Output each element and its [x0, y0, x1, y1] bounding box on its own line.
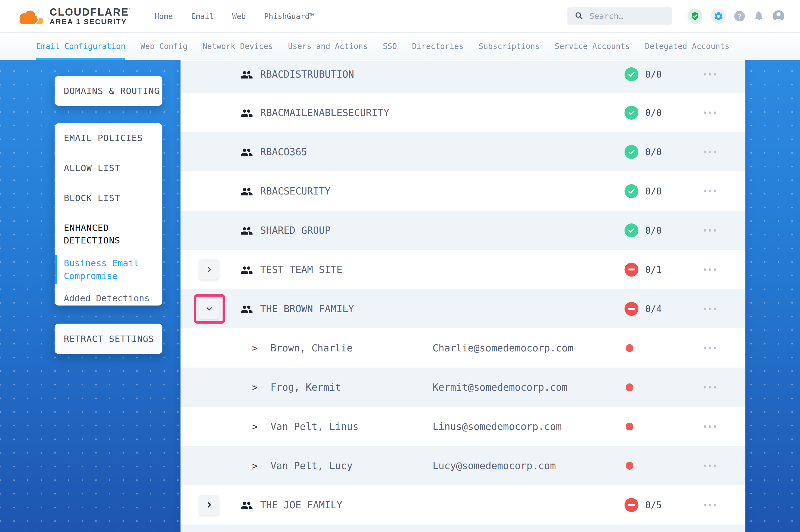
sidebar-item-allow-list[interactable]: ALLOW LIST: [55, 153, 162, 183]
topbar-right: ?: [567, 7, 800, 25]
group-row: RBACDISTRUBUTION0/0: [181, 61, 745, 93]
member-count: 0/5: [645, 499, 662, 510]
row-menu-button[interactable]: [702, 188, 718, 194]
search-input[interactable]: [589, 11, 665, 21]
menu-dot-icon: [709, 307, 711, 310]
member-count: 0/1: [645, 264, 662, 275]
menu-dot-icon: [714, 464, 716, 467]
status-dot: [625, 344, 633, 352]
status-dot: [625, 462, 633, 470]
tab-service-accounts[interactable]: Service Accounts: [555, 42, 630, 51]
tab-delegated-accounts[interactable]: Delegated Accounts: [645, 42, 729, 51]
menu-dot-icon: [709, 151, 711, 153]
menu-dot-icon: [704, 73, 706, 75]
menu-dot-icon: [709, 347, 711, 349]
people-icon: [240, 303, 253, 315]
status-dot: [625, 423, 633, 431]
group-row: TEST TEAM SITE0/1: [181, 250, 745, 289]
member-chevron-right-icon[interactable]: >: [252, 382, 258, 393]
help-icon[interactable]: ?: [734, 11, 745, 21]
member-row: >Brown, CharlieCharlie@somedemocorp.com: [181, 328, 745, 367]
menu-dot-icon: [709, 504, 711, 506]
topnav-item-home[interactable]: Home: [154, 12, 173, 21]
status-pass-badge: [624, 67, 638, 81]
menu-dot-icon: [714, 190, 716, 192]
cloudflare-brand[interactable]: CLOUDFLARE' AREA 1 SECURITY: [0, 6, 131, 26]
row-menu-button[interactable]: [702, 149, 718, 155]
member-count: 0/0: [645, 186, 662, 196]
row-menu-button[interactable]: [702, 227, 718, 233]
brand-subname: AREA 1 SECURITY: [50, 18, 131, 25]
sidebar-item-email-policies[interactable]: EMAIL POLICIES: [55, 123, 162, 153]
expand-button[interactable]: [199, 495, 219, 515]
menu-dot-icon: [709, 73, 711, 75]
menu-dot-icon: [714, 229, 716, 231]
menu-dot-icon: [709, 386, 711, 388]
tab-users-and-actions[interactable]: Users and Actions: [288, 42, 368, 51]
menu-dot-icon: [714, 307, 716, 310]
member-chevron-right-icon[interactable]: >: [252, 343, 258, 354]
sidebar-item-domains-routing[interactable]: DOMAINS & ROUTING: [55, 76, 162, 106]
sidebar-card-email-policies: EMAIL POLICIES ALLOW LIST BLOCK LIST ENH…: [55, 123, 162, 305]
menu-dot-icon: [709, 464, 711, 467]
row-menu-button[interactable]: [702, 110, 718, 115]
menu-dot-icon: [714, 386, 716, 388]
menu-dot-icon: [709, 268, 711, 271]
menu-dot-icon: [714, 425, 716, 428]
menu-dot-icon: [714, 504, 716, 506]
status-pass-badge: [624, 224, 638, 238]
tab-web-config[interactable]: Web Config: [140, 42, 187, 51]
tab-directories[interactable]: Directories: [412, 42, 463, 51]
status-fail-badge: [624, 263, 638, 277]
tab-sso[interactable]: SSO: [383, 42, 397, 51]
row-menu-button[interactable]: [702, 71, 718, 77]
member-chevron-right-icon[interactable]: >: [252, 460, 258, 471]
menu-dot-icon: [704, 268, 706, 271]
sidebar-item-added-detections[interactable]: Added Detections: [64, 293, 154, 304]
sidebar-item-retract-settings[interactable]: RETRACT SETTINGS: [55, 324, 162, 354]
shield-check-icon[interactable]: [688, 8, 703, 24]
group-name: SHARED_GROUP: [260, 225, 331, 236]
topnav-item-email[interactable]: Email: [191, 12, 214, 21]
user-avatar-icon[interactable]: [773, 10, 784, 22]
member-count: 0/0: [645, 69, 662, 80]
sidebar-item-block-list[interactable]: BLOCK LIST: [55, 183, 162, 213]
group-row: SHARED_GROUP0/0: [181, 211, 745, 250]
group-row: THE BROWN FAMILY0/4: [181, 289, 745, 328]
row-menu-button[interactable]: [702, 384, 718, 390]
notifications-bell-icon[interactable]: [753, 10, 764, 22]
expand-button[interactable]: [199, 259, 219, 280]
row-menu-button[interactable]: [702, 423, 718, 429]
row-menu-button[interactable]: [702, 345, 718, 351]
member-count: 0/0: [645, 146, 662, 157]
topnav-item-web[interactable]: Web: [232, 12, 246, 21]
member-name: Brown, Charlie: [271, 343, 353, 354]
top-bar: CLOUDFLARE' AREA 1 SECURITY HomeEmailWeb…: [0, 0, 800, 33]
group-name: RBACO365: [260, 146, 307, 157]
menu-dot-icon: [704, 190, 706, 192]
tab-email-configuration[interactable]: Email Configuration: [36, 42, 125, 51]
row-menu-button[interactable]: [702, 463, 718, 469]
tab-subscriptions[interactable]: Subscriptions: [478, 42, 540, 51]
settings-gear-icon[interactable]: [711, 8, 726, 24]
menu-dot-icon: [704, 111, 706, 114]
sidebar-item-enhanced-detections[interactable]: ENHANCED DETECTIONS: [64, 222, 154, 247]
people-icon: [240, 264, 253, 276]
row-menu-button[interactable]: [702, 267, 718, 272]
sidebar-item-business-email-compromise[interactable]: Business Email Compromise: [64, 257, 154, 282]
member-chevron-right-icon[interactable]: >: [252, 421, 258, 432]
member-name: Frog, Kermit: [271, 382, 341, 393]
tab-network-devices[interactable]: Network Devices: [202, 42, 273, 51]
menu-dot-icon: [704, 386, 706, 388]
people-icon: [240, 499, 253, 511]
search-box[interactable]: [567, 7, 672, 25]
app-window: CLOUDFLARE' AREA 1 SECURITY HomeEmailWeb…: [0, 0, 800, 532]
topnav-item-phishguard[interactable]: PhishGuard™: [264, 12, 314, 21]
menu-dot-icon: [714, 268, 716, 271]
status-pass-badge: [624, 145, 638, 159]
minus-icon: [628, 504, 635, 506]
menu-dot-icon: [714, 151, 716, 153]
brand-trademark-tick: ': [129, 6, 131, 13]
row-menu-button[interactable]: [702, 306, 718, 311]
row-menu-button[interactable]: [702, 502, 718, 508]
